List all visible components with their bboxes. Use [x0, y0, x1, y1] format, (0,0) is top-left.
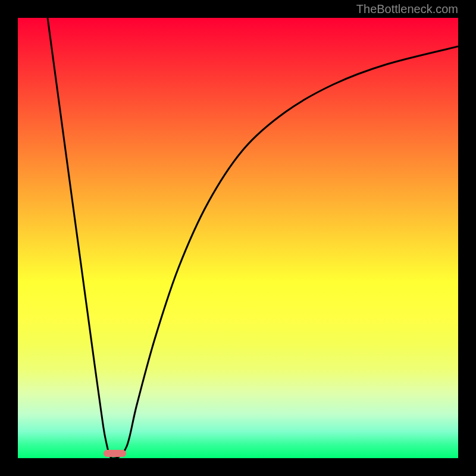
optimum-marker [104, 450, 126, 457]
curve-plot [18, 18, 458, 458]
watermark-text: TheBottleneck.com [356, 2, 458, 16]
bottleneck-curve [48, 18, 458, 458]
chart-area [18, 18, 458, 458]
